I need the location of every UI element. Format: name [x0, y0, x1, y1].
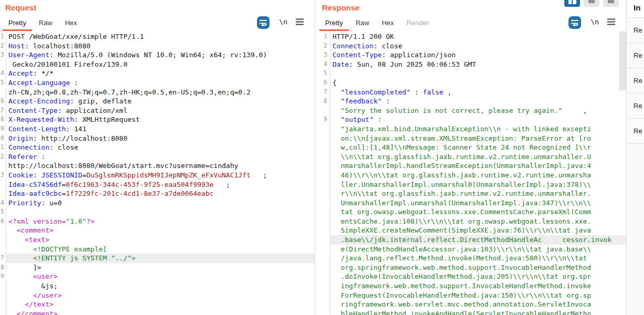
soft-wrap-icon[interactable]: [568, 16, 581, 29]
code-line: 7 <!ENTITY js SYSTEM "../">: [0, 254, 315, 263]
response-tab-hex[interactable]: Hex: [376, 16, 400, 30]
line-number: 4: [0, 69, 6, 78]
code-line: http://localhost:8080/WebGoat/start.mvc?…: [0, 161, 315, 171]
line-number: 8: [317, 97, 330, 106]
request-panel-title: Request: [5, 3, 36, 12]
inspector-section-4[interactable]: Re: [627, 119, 644, 144]
line-number: 5: [317, 69, 330, 78]
code-line: 4Accept: */*: [0, 69, 315, 78]
line-number: [0, 60, 6, 69]
line-number: [0, 281, 6, 291]
line-number: [317, 207, 330, 217]
newline-marker-icon[interactable]: \n: [279, 18, 287, 26]
line-number: [317, 309, 330, 315]
request-editor[interactable]: 1POST /WebGoat/xxe/simple HTTP/1.12Host:…: [0, 30, 315, 315]
request-tab-pretty[interactable]: Pretty: [3, 16, 32, 30]
panel-splitter[interactable]: [315, 0, 315, 315]
code-line: 0Origin: http://localhost:8080: [0, 134, 315, 143]
single-layout-icon: [608, 0, 614, 3]
hamburger-menu-icon[interactable]: [607, 18, 616, 27]
line-number: 0: [0, 134, 6, 143]
code-line: 6<?xml version="1.0"?>: [0, 217, 315, 226]
code-line: 8X-Requested-With: XMLHttpRequest: [0, 115, 315, 124]
line-number: [317, 272, 330, 281]
response-tab-pretty[interactable]: Pretty: [319, 16, 349, 30]
code-line: <text>: [0, 235, 315, 245]
line-number: 7: [0, 254, 6, 263]
line-number: [317, 198, 330, 208]
code-line: "Sorry the solution is not correct, plea…: [317, 106, 626, 116]
line-number: [317, 245, 330, 254]
hamburger-menu-icon[interactable]: [295, 18, 304, 27]
line-number: 2: [0, 41, 6, 51]
vertical-scrollbar-thumb[interactable]: [619, 32, 626, 90]
code-line: .base\\/jdk.internal.reflect.DirectMetho…: [317, 235, 626, 245]
code-line: 3User-Agent: Mozilla/5.0 (Windows NT 10.…: [0, 50, 315, 60]
code-line: UnmarshallerImpl.unmarshal(UnmarshallerI…: [317, 198, 626, 208]
response-tab-raw[interactable]: Raw: [350, 16, 375, 30]
line-number: [317, 189, 330, 198]
code-line: Gecko/20100101 Firefox/139.0: [0, 60, 315, 69]
inspector-section-1[interactable]: Re: [627, 43, 644, 68]
line-number: [317, 254, 330, 263]
request-tab-bar: Pretty Raw Hex \n: [0, 16, 315, 30]
request-tab-hex[interactable]: Hex: [59, 16, 83, 30]
line-number: [0, 235, 6, 245]
hamburger-glyph: [607, 18, 616, 25]
layout-side-by-side-button[interactable]: [564, 0, 580, 7]
layout-single-button[interactable]: [603, 0, 619, 7]
line-number: [317, 152, 330, 162]
line-number: 9: [0, 272, 6, 281]
line-number: 4: [0, 198, 6, 208]
inspector-section-3[interactable]: Re: [627, 93, 644, 119]
code-line: ringframework.web.servlet.mvc.method.ann…: [317, 300, 626, 309]
line-number: [317, 171, 330, 180]
line-number: [0, 245, 6, 254]
code-line: Idea-c57456df=0f6c1963-344c-453f-9f25-ea…: [0, 180, 315, 190]
line-number: [0, 291, 6, 300]
line-number: [317, 124, 330, 134]
code-line: 6Accept-Encoding: gzip, deflate: [0, 97, 315, 106]
line-number: 9: [317, 115, 330, 124]
layout-stacked-button[interactable]: [584, 0, 599, 7]
code-line: 9 <user>: [0, 272, 315, 281]
code-line: /java.lang.reflect.Method.invoke(Method.…: [317, 254, 626, 263]
line-number: [0, 226, 6, 235]
inspector-sidebar: In Re Re Re Re Re: [627, 0, 644, 315]
code-line: 7 "lessonCompleted" : false ,: [317, 88, 626, 97]
code-line: 5Accept-Language :: [0, 78, 315, 88]
response-tab-render[interactable]: Render: [401, 16, 435, 30]
code-line: r\\n\\tat org.glassfish.jaxb.runtime.v2.…: [317, 189, 626, 198]
inspector-section-0[interactable]: Re: [627, 18, 644, 43]
inspector-section-2[interactable]: Re: [627, 68, 644, 93]
burp-message-editor: Request Pretty Raw Hex \n 1POST /WebGoat…: [0, 0, 644, 315]
soft-wrap-icon[interactable]: [257, 16, 270, 29]
line-number: [0, 189, 6, 198]
line-number: [317, 300, 330, 309]
line-number: 5: [0, 78, 6, 88]
code-line: 4Priority: u=0: [0, 198, 315, 208]
request-tab-raw[interactable]: Raw: [33, 16, 58, 30]
response-panel-title: Response: [322, 3, 360, 12]
code-line: &js;: [0, 281, 315, 291]
code-line: zh-CN,zh;q=0.8,zh-TW;q=0.7,zh-HK;q=0.5,e…: [0, 88, 315, 97]
code-line: "jakarta.xml.bind.UnmarshalException\\n …: [317, 124, 626, 134]
response-panel: Response Pretty Raw Hex Render \n 1HTTP/…: [317, 0, 627, 315]
code-line: entsCache.java:108)\\r\\n\\tat org.owasp…: [317, 217, 626, 226]
response-editor[interactable]: 1HTTP/1.1 200 OK2Connection: close3Conte…: [317, 30, 626, 315]
code-line: 2Connection: close: [317, 41, 626, 51]
newline-marker-icon[interactable]: \n: [591, 18, 599, 26]
line-number: [317, 134, 330, 143]
code-line: ller.UnmarshallerImpl.unmarshal0(Unmarsh…: [317, 180, 626, 190]
line-number: 1: [0, 143, 6, 152]
line-number: 7: [0, 106, 6, 116]
line-number: [0, 161, 6, 171]
line-number: 3: [0, 50, 6, 60]
line-number: [0, 300, 6, 309]
line-number: 1: [317, 32, 330, 41]
line-number: [317, 180, 330, 190]
line-number: 1: [0, 32, 6, 41]
code-line: 3Content-Type: application/json: [317, 50, 626, 60]
columns-layout-icon: [568, 0, 576, 4]
line-number: 2: [0, 152, 6, 162]
